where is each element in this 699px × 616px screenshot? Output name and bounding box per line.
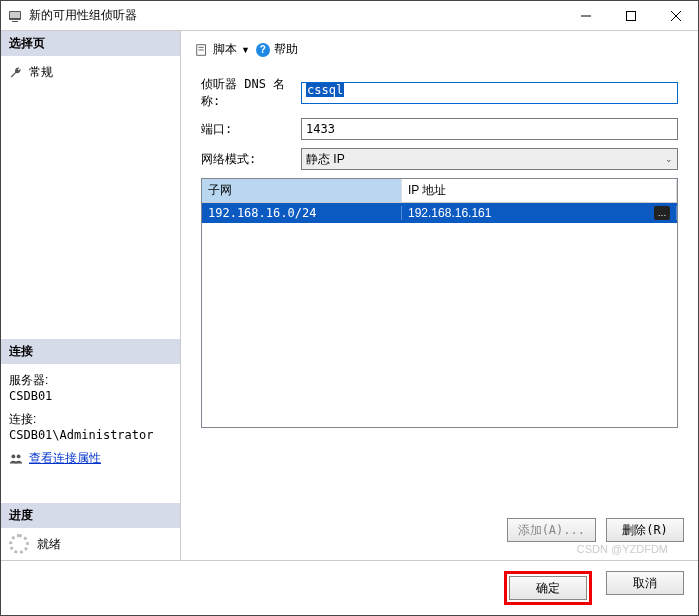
title-bar: 新的可用性组侦听器 <box>1 1 698 31</box>
svg-point-7 <box>11 454 15 458</box>
table-row[interactable]: 192.168.16.0/24192.168.16.161… <box>202 203 677 223</box>
remove-button[interactable]: 删除(R) <box>606 518 684 542</box>
connection-value: CSDB01\Administrator <box>9 428 172 442</box>
netmode-value: 静态 IP <box>306 151 345 168</box>
svg-rect-1 <box>10 12 20 18</box>
maximize-button[interactable] <box>608 1 653 30</box>
server-value: CSDB01 <box>9 389 172 403</box>
app-icon <box>7 8 23 24</box>
people-icon <box>9 452 23 466</box>
add-button[interactable]: 添加(A)... <box>507 518 596 542</box>
help-icon: ? <box>256 43 270 57</box>
right-panel: 脚本 ▼ ? 帮助 侦听器 DNS 名称: cssql 端口: <box>181 31 698 560</box>
nav-general-label: 常规 <box>29 64 53 81</box>
svg-rect-2 <box>12 21 18 22</box>
script-label: 脚本 <box>213 41 237 58</box>
col-subnet[interactable]: 子网 <box>202 179 402 202</box>
network-table: 子网 IP 地址 192.168.16.0/24192.168.16.161… <box>201 178 678 428</box>
svg-point-8 <box>17 454 21 458</box>
col-ip[interactable]: IP 地址 <box>402 179 677 202</box>
script-button[interactable]: 脚本 ▼ <box>195 41 250 58</box>
dns-name-label: 侦听器 DNS 名称: <box>201 76 301 110</box>
view-props-label: 查看连接属性 <box>29 450 101 467</box>
netmode-label: 网络模式: <box>201 151 301 168</box>
chevron-down-icon: ⌄ <box>665 154 673 164</box>
port-label: 端口: <box>201 121 301 138</box>
script-icon <box>195 43 209 57</box>
dns-name-input[interactable]: cssql <box>301 82 678 104</box>
server-label: 服务器: <box>9 372 172 389</box>
toolbar: 脚本 ▼ ? 帮助 <box>195 41 684 58</box>
minimize-button[interactable] <box>563 1 608 30</box>
progress-spinner-icon <box>9 534 29 554</box>
nav-general[interactable]: 常规 <box>9 62 172 83</box>
view-connection-properties-link[interactable]: 查看连接属性 <box>9 450 172 467</box>
connection-header: 连接 <box>1 339 180 364</box>
cancel-button[interactable]: 取消 <box>606 571 684 595</box>
connection-label: 连接: <box>9 411 172 428</box>
cell-subnet: 192.168.16.0/24 <box>202 206 402 220</box>
progress-header: 进度 <box>1 503 180 528</box>
edit-icon[interactable]: … <box>654 206 670 220</box>
ok-highlight: 确定 <box>504 571 592 605</box>
footer: 确定 取消 <box>1 560 698 615</box>
netmode-select[interactable]: 静态 IP ⌄ <box>301 148 678 170</box>
progress-status: 就绪 <box>37 536 61 553</box>
help-button[interactable]: ? 帮助 <box>256 41 298 58</box>
left-panel: 选择页 常规 连接 服务器: CSDB01 连接: CSDB01\Adminis… <box>1 31 181 560</box>
cell-ip: 192.168.16.161… <box>402 206 677 220</box>
port-input[interactable] <box>301 118 678 140</box>
select-page-header: 选择页 <box>1 31 180 56</box>
help-label: 帮助 <box>274 41 298 58</box>
chevron-down-icon: ▼ <box>241 45 250 55</box>
close-button[interactable] <box>653 1 698 30</box>
svg-rect-4 <box>626 11 635 20</box>
wrench-icon <box>9 66 23 80</box>
window-title: 新的可用性组侦听器 <box>29 7 563 24</box>
ok-button[interactable]: 确定 <box>509 576 587 600</box>
